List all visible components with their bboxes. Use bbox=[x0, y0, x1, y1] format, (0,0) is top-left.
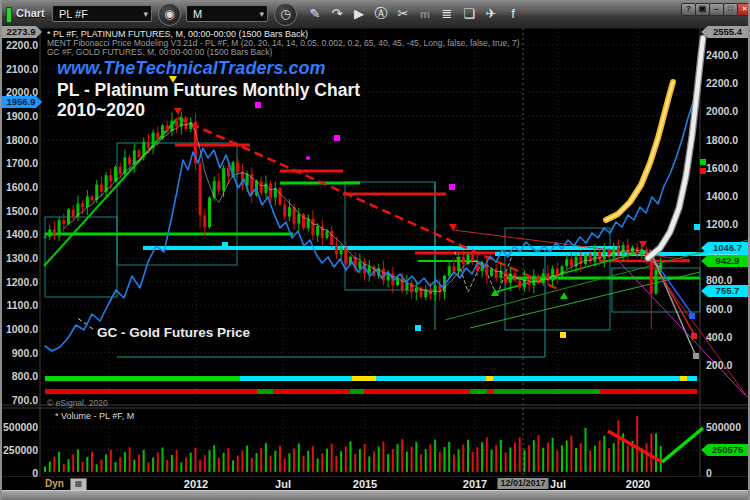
left-axis-tick: 1300.0 bbox=[6, 252, 38, 264]
volume-bar bbox=[105, 455, 107, 472]
time-axis[interactable]: Dyn ▦ 2012Jul20152017Jul202012/01/2017 bbox=[0, 477, 750, 490]
candle-body bbox=[91, 196, 94, 200]
volume-bar bbox=[86, 457, 88, 472]
candle-body bbox=[199, 163, 202, 215]
candle-body bbox=[452, 266, 455, 271]
volume-bar bbox=[368, 456, 370, 472]
gold-line-annotation: GC - Gold Futures Price bbox=[97, 325, 250, 340]
trend-strip bbox=[680, 376, 687, 381]
trend-strip bbox=[486, 376, 493, 381]
volume-bar bbox=[599, 441, 601, 472]
volume-bar bbox=[429, 444, 431, 472]
volume-bar bbox=[143, 450, 145, 472]
volume-bar bbox=[171, 455, 173, 472]
signal-marker bbox=[694, 224, 700, 230]
left-price-tag: 1956.9 bbox=[0, 96, 42, 108]
candle-body bbox=[358, 262, 361, 269]
candle-body bbox=[603, 250, 606, 259]
candle-body bbox=[462, 257, 465, 264]
left-axis-tick: 800.0 bbox=[12, 370, 38, 382]
candle-body bbox=[471, 254, 474, 261]
volume-bar bbox=[617, 420, 619, 472]
candle-body bbox=[156, 133, 159, 139]
candle-body bbox=[457, 257, 460, 271]
candle-body bbox=[208, 198, 211, 228]
chart-title-years: 2010~2020 bbox=[57, 100, 145, 121]
gold-futures-line bbox=[45, 92, 700, 351]
trend-strip bbox=[240, 376, 352, 381]
fib-projection-box bbox=[45, 217, 117, 297]
volume-bar bbox=[110, 450, 112, 472]
candle-body bbox=[570, 259, 573, 266]
volume-bar bbox=[58, 452, 60, 472]
volume-bar bbox=[298, 443, 300, 472]
left-axis-tick: 1900.0 bbox=[6, 110, 38, 122]
volume-bar bbox=[636, 416, 638, 472]
website-annotation: www.TheTechnicalTraders.com bbox=[57, 58, 325, 79]
signal-strip bbox=[600, 389, 697, 394]
left-axis-tick: 900.0 bbox=[12, 347, 38, 359]
signal-marker bbox=[255, 102, 261, 108]
volume-bar bbox=[594, 446, 596, 472]
volume-bar bbox=[307, 451, 309, 472]
volume-bar bbox=[218, 458, 220, 472]
time-axis-label: 2012 bbox=[184, 478, 208, 490]
candle-body bbox=[227, 168, 230, 176]
candle-body bbox=[279, 188, 282, 205]
candle-body bbox=[532, 276, 535, 285]
candle-body bbox=[62, 220, 65, 224]
volume-bar bbox=[434, 439, 436, 472]
left-price-tag: 2273.9 bbox=[0, 26, 42, 38]
yellow-parabolic-curve bbox=[606, 82, 673, 220]
candle-body bbox=[138, 150, 141, 157]
right-price-tag: 755.7 bbox=[701, 285, 750, 297]
volume-bar bbox=[133, 460, 135, 472]
time-axis-label: 2020 bbox=[626, 478, 650, 490]
candle-body bbox=[340, 247, 343, 254]
signal-marker bbox=[306, 156, 310, 160]
copyright-label: © eSignal, 2020 bbox=[47, 398, 108, 408]
volume-bar bbox=[458, 450, 460, 472]
candle-body bbox=[44, 237, 47, 238]
right-axis-tick: 400.0 bbox=[706, 331, 732, 343]
volume-bar bbox=[439, 452, 441, 472]
dyn-label[interactable]: Dyn bbox=[45, 478, 64, 489]
volume-bar bbox=[345, 446, 347, 472]
candle-body bbox=[81, 204, 84, 208]
volume-bar bbox=[415, 442, 417, 472]
candle-body bbox=[128, 157, 131, 164]
volume-bar bbox=[119, 457, 121, 472]
volume-bar bbox=[411, 447, 413, 472]
volume-bar bbox=[162, 447, 164, 472]
trend-strip bbox=[352, 376, 376, 381]
candle-body bbox=[518, 280, 521, 287]
buy-marker bbox=[560, 292, 568, 299]
signal-strip bbox=[487, 389, 494, 394]
candle-body bbox=[415, 288, 418, 293]
candle-body bbox=[495, 269, 498, 278]
time-axis-label: Jul bbox=[550, 478, 566, 490]
volume-bar bbox=[270, 456, 272, 472]
series-label-gold: GC #F, GOLD FUTURES, M, 00:00-00:00 (150… bbox=[47, 47, 272, 57]
candle-body bbox=[166, 125, 169, 131]
signal-marker bbox=[691, 333, 697, 339]
volume-bar bbox=[509, 447, 511, 472]
volume-bar bbox=[176, 450, 178, 472]
volume-bar bbox=[223, 453, 225, 472]
left-axis-tick: 700.0 bbox=[12, 394, 38, 406]
time-axis-highlight-tag: 12/01/2017 bbox=[497, 478, 548, 489]
volume-bar bbox=[533, 440, 535, 472]
left-axis-tick: 1600.0 bbox=[6, 181, 38, 193]
chart-title-annotation: PL - Platinum Futures Monthly Chart bbox=[57, 80, 360, 101]
candle-body bbox=[551, 269, 554, 281]
volume-bar bbox=[627, 446, 629, 472]
volume-trend-line bbox=[608, 431, 662, 462]
volume-bar bbox=[326, 449, 328, 472]
volume-bar bbox=[392, 449, 394, 472]
volume-bar bbox=[82, 462, 84, 472]
volume-bar bbox=[401, 439, 403, 472]
volume-bar bbox=[129, 447, 131, 472]
signal-marker bbox=[334, 135, 340, 141]
volume-bar bbox=[397, 444, 399, 472]
volume-bar bbox=[500, 440, 502, 472]
